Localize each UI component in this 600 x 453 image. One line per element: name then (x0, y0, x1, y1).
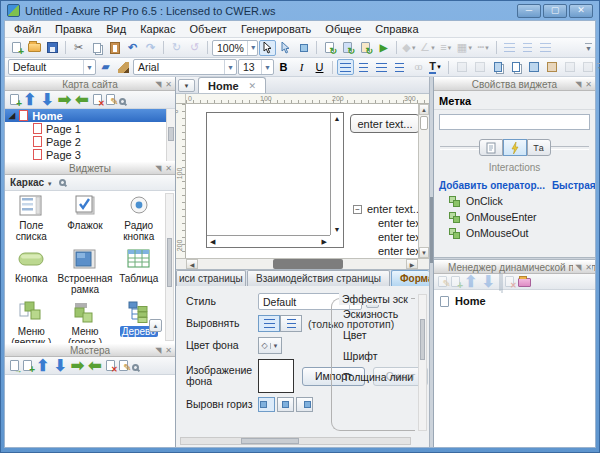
text-color-button[interactable]: T▼ (427, 59, 444, 75)
widgets-scroll-up-button[interactable]: ▲ (149, 319, 162, 332)
widget-radio[interactable]: Радио кнопка (114, 195, 163, 242)
align-objects-left-button[interactable] (501, 40, 518, 56)
event-onclick[interactable]: OnClick (434, 193, 595, 209)
tree-node[interactable]: enter text... (353, 216, 418, 230)
zoom-select[interactable]: 100%▼ (212, 40, 258, 56)
arrow-up-icon[interactable]: ▲ (419, 104, 429, 115)
sitemap-item-page3[interactable]: Page 3 (5, 148, 175, 161)
event-onmouseout[interactable]: OnMouseOut (434, 225, 595, 241)
widgets-scrollbar[interactable] (165, 193, 174, 341)
generate-prototype-button[interactable] (321, 40, 338, 56)
show-all-panels-button[interactable] (518, 273, 531, 291)
sitemap-item-home[interactable]: ◢ Home (5, 109, 175, 122)
close-tab-icon[interactable]: ✕ (249, 81, 257, 91)
menu-share[interactable]: Общее (318, 22, 368, 36)
line-color-button[interactable]: ∠▼ (419, 40, 437, 56)
generate-word-button[interactable] (339, 40, 356, 56)
sitemap-item-page2[interactable]: Page 2 (5, 135, 175, 148)
pointer-tool-button[interactable] (259, 40, 276, 56)
border-style-button[interactable]: ▦▼ (456, 40, 474, 56)
bullet-list-button[interactable] (391, 59, 408, 75)
toolbar-overflow-button[interactable]: ▼ (585, 43, 592, 52)
italic-button[interactable]: I (293, 59, 310, 75)
widget-listbox[interactable]: Поле списка (7, 195, 56, 242)
outdent-button[interactable]: ⬅ (88, 356, 101, 375)
bring-forward-button[interactable] (525, 59, 542, 75)
add-case-link[interactable]: Добавить оператор... (439, 180, 545, 191)
menu-help[interactable]: Справка (368, 22, 425, 36)
font-size-select[interactable]: 13▼ (238, 59, 274, 75)
tab-annotations[interactable] (479, 139, 503, 156)
checkout-button[interactable]: ↺ (186, 40, 203, 56)
duplicate-button[interactable] (499, 273, 501, 291)
scrollbar-thumb[interactable] (420, 116, 428, 130)
format-painter-button[interactable] (115, 59, 132, 75)
rename-page-button[interactable] (106, 91, 115, 109)
search-pages-button[interactable] (119, 91, 126, 109)
undock-icon[interactable]: ◥ (155, 80, 161, 89)
add-state-button[interactable] (451, 273, 460, 291)
paste-button[interactable] (106, 40, 123, 56)
widget-button[interactable]: Кнопка (7, 248, 56, 295)
button-widget[interactable]: enter text... (350, 114, 418, 133)
open-button[interactable] (26, 40, 43, 56)
ungroup-button[interactable] (471, 59, 488, 75)
panel-hscrollbar[interactable] (180, 437, 411, 445)
move-up-button[interactable]: ⬆ (36, 356, 49, 375)
move-up-button[interactable]: ⬆ (23, 90, 36, 109)
text-align-left-button[interactable] (337, 59, 354, 75)
widget-label-input[interactable] (439, 114, 590, 130)
indent-button[interactable]: ➡ (58, 90, 71, 109)
delete-master-button[interactable] (106, 357, 115, 375)
move-down-button[interactable]: ⬇ (53, 356, 66, 375)
menu-file[interactable]: Файл (7, 22, 48, 36)
dynamic-panel-item-home[interactable]: Home (440, 295, 589, 307)
select-parts-tool-button[interactable] (277, 40, 294, 56)
distribute-h-button[interactable] (561, 59, 578, 75)
send-backward-button[interactable] (543, 59, 560, 75)
page-align-center-button[interactable] (280, 315, 302, 332)
delete-state-button[interactable] (505, 273, 514, 291)
style-select[interactable]: Default▼ (8, 59, 96, 75)
close-icon[interactable]: ✕ (165, 164, 172, 173)
tab-page-interactions[interactable]: Взаимодействия страницы (247, 270, 390, 286)
tree-widget[interactable]: − enter text... enter text... enter text… (353, 202, 418, 258)
insert-link-button[interactable]: oo (409, 59, 426, 75)
text-align-right-button[interactable] (373, 59, 390, 75)
move-down-button[interactable]: ⬇ (481, 272, 494, 291)
widget-checkbox[interactable]: Флажок (56, 195, 115, 242)
tab-page-notes[interactable]: иси страницы (176, 270, 246, 286)
add-page-button[interactable] (10, 91, 19, 109)
line-width-button[interactable]: ≡▼ (438, 40, 455, 56)
menu-generate[interactable]: Генерировать (234, 22, 318, 36)
move-down-button[interactable]: ⬇ (40, 90, 53, 109)
dash-style-button[interactable]: ┅▼ (475, 40, 492, 56)
move-up-button[interactable]: ⬆ (464, 272, 477, 291)
tab-interactions[interactable] (503, 139, 527, 156)
menu-wireframe[interactable]: Каркас (133, 22, 182, 36)
font-select[interactable]: Arial▼ (133, 59, 237, 75)
add-folder-button[interactable] (23, 357, 32, 375)
distribute-v-button[interactable] (579, 59, 596, 75)
search-masters-button[interactable] (132, 357, 139, 375)
text-align-center-button[interactable] (355, 59, 372, 75)
connector-tool-button[interactable] (295, 40, 312, 56)
tree-node[interactable]: enter text... (353, 230, 418, 244)
new-button[interactable] (8, 40, 25, 56)
widget-table[interactable]: Таблица (114, 248, 163, 295)
maximize-button[interactable]: ▢ (543, 4, 567, 18)
close-icon[interactable]: ✕ (585, 263, 592, 272)
bg-color-button[interactable]: ◇▼ (258, 337, 282, 354)
tree-node[interactable]: enter text... (353, 244, 418, 258)
scrollbar-thumb[interactable] (273, 259, 343, 269)
close-button[interactable]: ✕ (569, 4, 593, 18)
page-align-left-button[interactable] (258, 315, 280, 332)
collapse-icon[interactable]: − (353, 205, 362, 214)
bold-button[interactable]: B (275, 59, 292, 75)
halign-right-button[interactable] (296, 397, 313, 412)
minimize-button[interactable]: ─ (517, 4, 541, 18)
menu-edit[interactable]: Правка (48, 22, 99, 36)
widget-iframe[interactable]: Встроенная рамка (56, 248, 115, 295)
expander-icon[interactable]: ◢ (9, 112, 15, 120)
listbox-widget[interactable]: ▲▼ ◀▶ (206, 112, 344, 248)
